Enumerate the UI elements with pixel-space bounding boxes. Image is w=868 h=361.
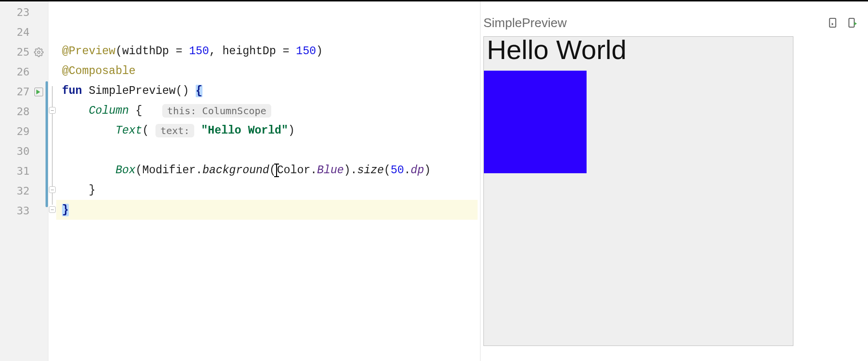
gutter-spacer	[33, 146, 44, 157]
line-number: 30	[13, 145, 30, 157]
gutter-line[interactable]: 24	[0, 22, 48, 42]
gutter-spacer	[33, 27, 44, 38]
gutter-line[interactable]: 33	[0, 201, 48, 221]
code-line[interactable]: Column { this: ColumnScope	[56, 101, 478, 120]
svg-rect-2	[849, 18, 854, 27]
code-line[interactable]: fun SimplePreview() {	[56, 81, 478, 101]
fold-ribbon[interactable]	[48, 1, 56, 361]
line-number: 27	[13, 86, 30, 98]
fold-toggle-icon[interactable]	[49, 107, 56, 114]
code-editor[interactable]: @Preview(widthDp = 150, heightDp = 150) …	[56, 1, 478, 361]
gutter-spacer	[33, 67, 44, 77]
line-number: 26	[13, 66, 30, 78]
line-number: 24	[13, 26, 30, 38]
code-line[interactable]: @Preview(widthDp = 150, heightDp = 150)	[56, 41, 478, 61]
change-marker	[46, 81, 48, 207]
svg-rect-1	[830, 18, 836, 27]
rendered-box	[484, 71, 587, 173]
gutter-line[interactable]: 27	[0, 82, 48, 102]
gutter-spacer	[33, 106, 44, 117]
editor-gutter[interactable]: 23 24 25 26 27 28	[0, 1, 48, 361]
interactive-preview-icon[interactable]	[826, 16, 839, 29]
line-number: 32	[13, 185, 30, 197]
gutter-spacer	[33, 126, 44, 137]
gutter-line[interactable]: 29	[0, 121, 48, 141]
rendered-text: Hello World	[487, 34, 626, 65]
inlay-hint: this: ColumnScope	[162, 104, 271, 118]
svg-point-0	[38, 51, 40, 53]
code-line[interactable]: Box(Modifier.background(Color.Blue).size…	[56, 160, 478, 180]
gear-icon[interactable]	[33, 47, 44, 58]
gutter-spacer	[33, 166, 44, 177]
text-cursor	[276, 164, 277, 177]
gutter-line[interactable]: 31	[0, 161, 48, 181]
code-line[interactable]	[56, 21, 478, 41]
gutter-line[interactable]: 30	[0, 141, 48, 161]
preview-canvas[interactable]: Hello World	[483, 36, 793, 346]
gutter-line[interactable]: 26	[0, 62, 48, 82]
line-number: 31	[13, 165, 30, 177]
line-number: 33	[13, 205, 30, 217]
gutter-line[interactable]: 28	[0, 102, 48, 121]
gutter-line[interactable]: 25	[0, 42, 48, 62]
gutter-spacer	[33, 206, 44, 216]
line-number: 25	[13, 46, 30, 58]
preview-title: SimplePreview	[483, 15, 567, 30]
gutter-line[interactable]: 32	[0, 181, 48, 201]
run-gutter-icon[interactable]	[33, 87, 44, 97]
fold-toggle-icon[interactable]	[49, 206, 56, 213]
code-line[interactable]: @Composable	[56, 61, 478, 81]
fold-toggle-icon[interactable]	[49, 186, 56, 193]
compose-preview-panel: SimplePreview Hello World	[480, 1, 868, 361]
deploy-preview-icon[interactable]	[846, 16, 858, 29]
gutter-spacer	[33, 186, 44, 196]
code-line[interactable]	[56, 140, 478, 160]
line-number: 23	[13, 6, 30, 18]
line-number: 28	[13, 105, 30, 118]
code-line[interactable]: }	[56, 180, 478, 200]
preview-header: SimplePreview	[480, 12, 868, 33]
gutter-line[interactable]: 23	[0, 2, 48, 22]
line-number: 29	[13, 125, 30, 137]
code-line-current[interactable]: }	[56, 200, 478, 220]
inlay-hint: text:	[155, 124, 194, 137]
code-line[interactable]	[56, 1, 478, 21]
gutter-spacer	[33, 7, 44, 18]
code-line[interactable]: Text( text: "Hello World")	[56, 120, 478, 140]
